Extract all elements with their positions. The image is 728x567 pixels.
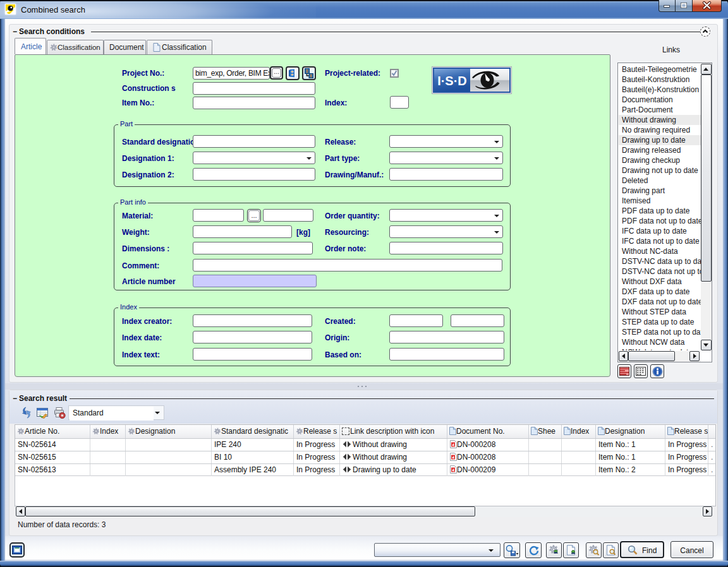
svg-text:I·S·D: I·S·D [437,74,467,88]
